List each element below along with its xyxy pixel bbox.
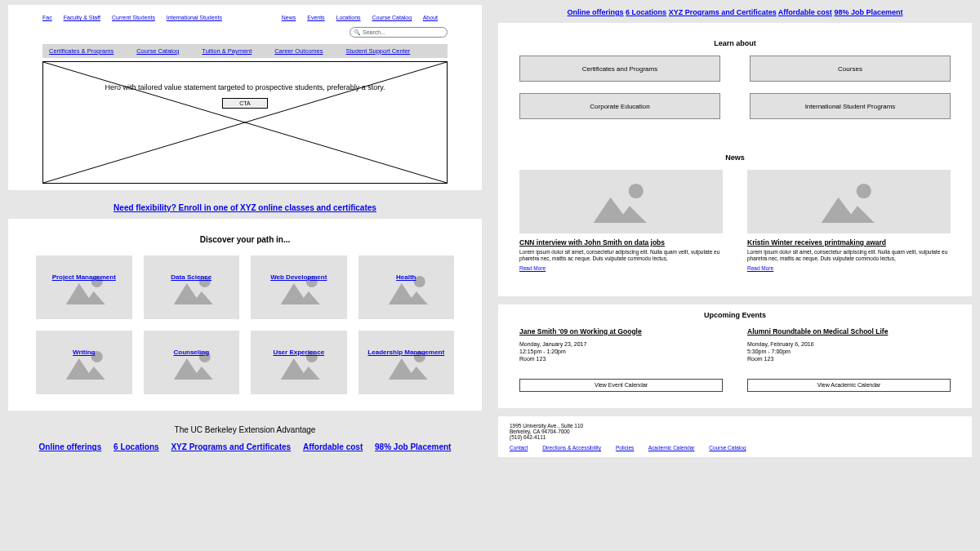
topnav-faculty-staff[interactable]: Faculty & Staff (64, 15, 100, 20)
learn-courses[interactable]: Courses (750, 56, 951, 82)
nav-career-outcomes[interactable]: Career Outcomes (274, 47, 323, 55)
event-date: Monday, February 6, 2016 (747, 340, 951, 348)
tile-user-experience[interactable]: User Experience (251, 331, 347, 394)
events-title: Upcoming Events (508, 311, 962, 319)
tile-label: Counseling (173, 349, 209, 356)
stat-affordable-cost[interactable]: Affordable cost (778, 8, 832, 16)
topnav-fac[interactable]: Fac (42, 15, 52, 20)
tile-data-science[interactable]: Data Science (144, 256, 240, 319)
discover-title: Discover your path in... (36, 235, 454, 244)
topnav-news[interactable]: News (282, 15, 296, 20)
event-card: Jane Smith '09 on Working at Google Mond… (519, 327, 723, 392)
footer-directions[interactable]: Directions & Accessibility (542, 445, 601, 451)
nav-certificates-programs[interactable]: Certificates & Programs (49, 47, 114, 55)
top-audience-nav: Fac Faculty & Staff Current Students Int… (18, 11, 472, 24)
stat-row-right: Online offerings 6 Locations XYZ Program… (498, 5, 972, 23)
hero-text: Hero with tailored value statement targe… (105, 83, 385, 91)
topnav-course-catalog[interactable]: Course Catalog (372, 15, 412, 20)
tile-label: Leadership Management (368, 349, 444, 356)
tile-label: User Experience (273, 349, 324, 356)
stat-online-offerings[interactable]: Online offerings (568, 8, 624, 16)
search-placeholder: Search... (363, 29, 385, 35)
stat-row-left: Online offerings 6 Locations XYZ Program… (8, 442, 482, 451)
learn-international-programs[interactable]: International Student Programs (750, 93, 951, 119)
news-card: Kristin Winter receives printmaking awar… (747, 170, 951, 272)
view-event-calendar-button[interactable]: View Event Calendar (519, 379, 723, 392)
tile-label: Health (396, 273, 416, 281)
events-section: Upcoming Events Jane Smith '09 on Workin… (498, 304, 972, 408)
tile-leadership-management[interactable]: Leadership Management (359, 331, 455, 394)
read-more-link[interactable]: Read More (747, 265, 773, 271)
stat-locations[interactable]: 6 Locations (114, 442, 159, 451)
hero-placeholder: Hero with tailored value statement targe… (42, 61, 448, 184)
tile-label: Writing (73, 349, 95, 356)
footer-academic-calendar[interactable]: Academic Calendar (648, 445, 695, 451)
search-input[interactable]: Search... (350, 27, 448, 38)
stat-affordable-cost[interactable]: Affordable cost (303, 442, 363, 451)
primary-nav: Certificates & Programs Course Catalog T… (42, 44, 448, 58)
nav-student-support[interactable]: Student Support Center (346, 47, 411, 55)
learn-title: Learn about (508, 39, 962, 47)
nav-course-catalog[interactable]: Course Catalog (136, 47, 179, 55)
event-time: 12:15pm - 1:20pm (519, 348, 723, 355)
nav-tuition-payment[interactable]: Tuition & Payment (202, 47, 252, 55)
svg-marker-5 (594, 198, 647, 223)
learn-about-section: Learn about Certificates and Programs Co… (498, 23, 972, 296)
stat-job-placement[interactable]: 98% Job Placement (375, 442, 451, 451)
footer-course-catalog[interactable]: Course Catalog (709, 445, 746, 451)
stat-programs-certs[interactable]: XYZ Programs and Certificates (171, 442, 291, 451)
news-excerpt: Lorem ipsum dolor sit amet, consectetur … (519, 249, 723, 262)
tile-label: Project Management (52, 273, 116, 281)
discover-section: Discover your path in... Project Managem… (8, 219, 482, 411)
tile-counseling[interactable]: Counseling (144, 331, 240, 394)
topnav-events[interactable]: Events (307, 15, 324, 20)
topnav-international-students[interactable]: International Students (167, 15, 222, 20)
learn-certificates-programs[interactable]: Certificates and Programs (519, 56, 720, 82)
hero-cta-button[interactable]: CTA (222, 98, 267, 109)
news-excerpt: Lorem ipsum dolor sit amet, consectetur … (747, 249, 951, 262)
news-title: News (508, 153, 962, 162)
tile-project-management[interactable]: Project Management (36, 256, 132, 319)
event-date: Monday, January 23, 2017 (519, 340, 723, 348)
advantage-title: The UC Berkeley Extension Advantage (8, 425, 482, 434)
image-placeholder-icon (747, 170, 951, 233)
news-headline-link[interactable]: CNN interview with John Smith on data jo… (519, 238, 723, 247)
tile-label: Data Science (171, 273, 212, 281)
view-academic-calendar-button[interactable]: View Academic Calendar (747, 379, 951, 392)
svg-point-4 (629, 184, 644, 198)
footer-contact[interactable]: Contact (510, 445, 528, 451)
footer: 1995 University Ave., Suite 110 Berkeley… (498, 416, 972, 457)
tile-label: Web Development (270, 273, 327, 281)
footer-address-line: 1995 University Ave., Suite 110 (510, 423, 960, 429)
topnav-locations[interactable]: Locations (336, 15, 361, 20)
tile-web-development[interactable]: Web Development (251, 256, 347, 319)
learn-corporate-education[interactable]: Corporate Education (519, 93, 720, 119)
footer-address-line: Berkeley, CA 94704-7000 (510, 429, 960, 434)
event-room: Room 123 (747, 355, 951, 362)
search-icon (354, 29, 360, 36)
read-more-link[interactable]: Read More (519, 265, 546, 271)
stat-programs-certs[interactable]: XYZ Programs and Certificates (669, 8, 777, 16)
event-room: Room 123 (519, 355, 723, 362)
tile-health[interactable]: Health (359, 256, 455, 319)
image-placeholder-icon (519, 170, 723, 233)
flexibility-headline-link[interactable]: Need flexibility? Enroll in one of XYZ o… (114, 203, 376, 212)
stat-job-placement[interactable]: 98% Job Placement (834, 8, 902, 16)
news-headline-link[interactable]: Kristin Winter receives printmaking awar… (747, 238, 951, 247)
footer-policies[interactable]: Policies (616, 445, 634, 451)
tile-writing[interactable]: Writing (36, 331, 132, 394)
footer-phone: (510) 642-4111 (510, 434, 960, 440)
svg-marker-7 (822, 198, 875, 223)
svg-point-6 (857, 184, 871, 198)
stat-locations[interactable]: 6 Locations (626, 8, 666, 16)
event-title-link[interactable]: Alumni Roundtable on Medical School Life (747, 327, 951, 335)
event-time: 5:30pm - 7:00pm (747, 348, 951, 355)
topnav-about[interactable]: About (423, 15, 438, 20)
topnav-current-students[interactable]: Current Students (112, 15, 155, 20)
event-title-link[interactable]: Jane Smith '09 on Working at Google (519, 327, 723, 335)
stat-online-offerings[interactable]: Online offerings (39, 442, 102, 451)
news-card: CNN interview with John Smith on data jo… (519, 170, 723, 272)
event-card: Alumni Roundtable on Medical School Life… (747, 327, 951, 392)
